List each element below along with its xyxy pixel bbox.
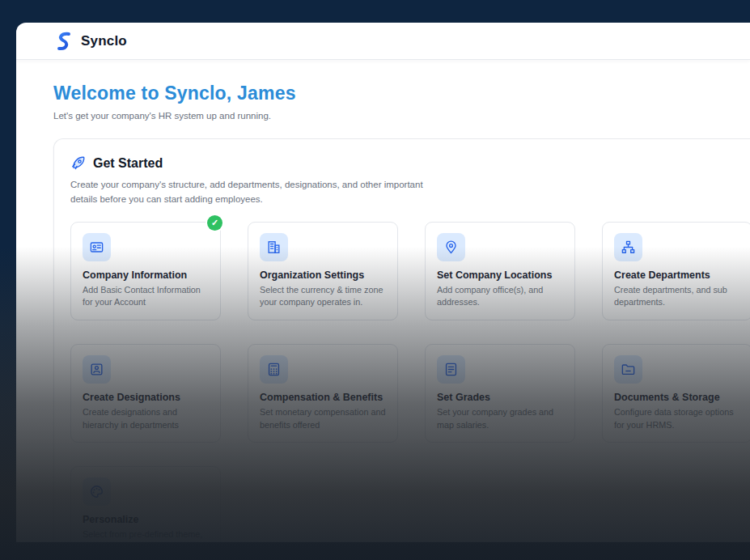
card-description: Add Basic Contact Information for your A… bbox=[83, 284, 209, 309]
card-title: Organization Settings bbox=[260, 269, 386, 281]
get-started-header: Get Started bbox=[70, 155, 750, 171]
grades-list-icon bbox=[437, 355, 465, 384]
palette-icon bbox=[83, 477, 111, 506]
app-logo[interactable]: Synclo bbox=[53, 31, 127, 52]
card-description: Create designations and hierarchy in dep… bbox=[83, 406, 209, 431]
id-card-icon bbox=[83, 233, 111, 261]
card-description: Configure data storage options for your … bbox=[614, 406, 740, 431]
completed-check-icon: ✓ bbox=[207, 215, 222, 231]
card-title: Create Departments bbox=[614, 269, 740, 281]
card-title: Company Information bbox=[83, 269, 209, 281]
page-subtitle: Let's get your company's HR system up an… bbox=[53, 111, 750, 121]
card-title: Compensation & Benefits bbox=[260, 392, 386, 403]
card-description: Add company office(s), and addresses. bbox=[437, 284, 563, 309]
get-started-title: Get Started bbox=[93, 156, 163, 171]
card-title: Documents & Storage bbox=[614, 392, 740, 403]
building-icon bbox=[260, 233, 288, 261]
get-started-description: Create your company's structure, add dep… bbox=[70, 178, 439, 207]
card-company-information[interactable]: ✓ Company Information Add Basic Contact … bbox=[70, 222, 221, 320]
main-panel: Synclo Welcome to Synclo, James Let's ge… bbox=[16, 23, 750, 542]
setup-cards-grid: ✓ Company Information Add Basic Contact … bbox=[70, 222, 750, 542]
card-create-departments[interactable]: Create Departments Create departments, a… bbox=[602, 222, 750, 320]
top-navigation-bar: Synclo bbox=[16, 23, 750, 60]
calculator-icon bbox=[260, 355, 288, 384]
get-started-section: Get Started Create your company's struct… bbox=[53, 138, 750, 542]
card-documents-storage[interactable]: Documents & Storage Configure data stora… bbox=[602, 344, 750, 443]
card-title: Set Grades bbox=[437, 392, 563, 403]
card-description: Select the currency & time zone your com… bbox=[260, 284, 386, 309]
rocket-icon bbox=[70, 155, 86, 171]
org-chart-icon bbox=[614, 233, 642, 261]
content-area: Welcome to Synclo, James Let's get your … bbox=[16, 60, 750, 542]
card-organization-settings[interactable]: Organization Settings Select the currenc… bbox=[248, 222, 398, 320]
card-compensation-benefits[interactable]: Compensation & Benefits Set monetary com… bbox=[248, 344, 398, 443]
card-description: Create departments, and sub departments. bbox=[614, 284, 740, 309]
card-description: Set monetary compensation and benefits o… bbox=[260, 406, 386, 431]
card-title: Create Designations bbox=[83, 392, 209, 403]
card-set-company-locations[interactable]: Set Company Locations Add company office… bbox=[425, 222, 575, 320]
card-create-designations[interactable]: Create Designations Create designations … bbox=[70, 344, 221, 443]
card-set-grades[interactable]: Set Grades Set your company grades and m… bbox=[425, 344, 575, 443]
page-title: Welcome to Synclo, James bbox=[53, 83, 750, 104]
card-title: Set Company Locations bbox=[437, 269, 563, 281]
card-personalize[interactable]: Personalize Select from pre-defined them… bbox=[70, 466, 221, 542]
card-description: Set your company grades and map salaries… bbox=[437, 406, 563, 431]
app-logo-text: Synclo bbox=[81, 33, 127, 49]
badge-icon bbox=[83, 355, 111, 384]
card-title: Personalize bbox=[83, 514, 209, 525]
synclo-logo-icon bbox=[53, 31, 74, 52]
folder-icon bbox=[614, 355, 642, 384]
onboarding-screen: { "app": { "logo_text": "Synclo" }, "wel… bbox=[0, 0, 750, 560]
map-pin-icon bbox=[437, 233, 465, 261]
card-description: Select from pre-defined theme, or create… bbox=[83, 528, 209, 542]
